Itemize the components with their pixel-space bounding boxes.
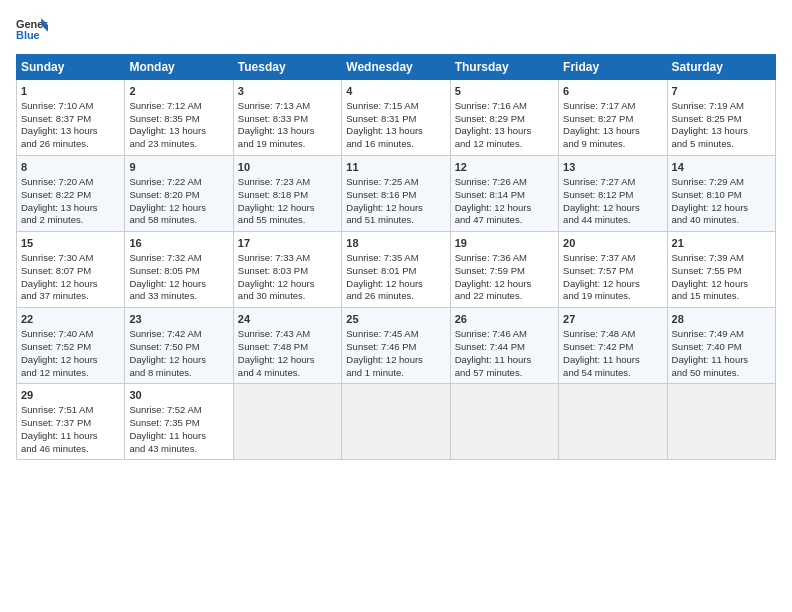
- calendar-cell: 11Sunrise: 7:25 AMSunset: 8:16 PMDayligh…: [342, 156, 450, 232]
- cell-text: Sunrise: 7:13 AM: [238, 100, 337, 113]
- calendar-cell: 28Sunrise: 7:49 AMSunset: 7:40 PMDayligh…: [667, 308, 775, 384]
- calendar-cell: 13Sunrise: 7:27 AMSunset: 8:12 PMDayligh…: [559, 156, 667, 232]
- day-number: 26: [455, 312, 554, 327]
- cell-text: Sunset: 8:07 PM: [21, 265, 120, 278]
- page-header: General Blue: [16, 16, 776, 44]
- cell-text: Sunrise: 7:46 AM: [455, 328, 554, 341]
- cell-text: Sunset: 8:14 PM: [455, 189, 554, 202]
- calendar-cell: 2Sunrise: 7:12 AMSunset: 8:35 PMDaylight…: [125, 80, 233, 156]
- day-number: 14: [672, 160, 771, 175]
- cell-text: Sunset: 7:44 PM: [455, 341, 554, 354]
- day-number: 12: [455, 160, 554, 175]
- cell-text: and 9 minutes.: [563, 138, 662, 151]
- day-number: 27: [563, 312, 662, 327]
- cell-text: Daylight: 13 hours: [129, 125, 228, 138]
- cell-text: Sunrise: 7:26 AM: [455, 176, 554, 189]
- svg-text:Blue: Blue: [16, 29, 40, 41]
- cell-text: Sunrise: 7:42 AM: [129, 328, 228, 341]
- cell-text: Daylight: 13 hours: [455, 125, 554, 138]
- day-number: 21: [672, 236, 771, 251]
- cell-text: and 54 minutes.: [563, 367, 662, 380]
- calendar-cell: 18Sunrise: 7:35 AMSunset: 8:01 PMDayligh…: [342, 232, 450, 308]
- day-number: 9: [129, 160, 228, 175]
- cell-text: and 37 minutes.: [21, 290, 120, 303]
- cell-text: and 30 minutes.: [238, 290, 337, 303]
- cell-text: Sunset: 7:40 PM: [672, 341, 771, 354]
- col-header-wednesday: Wednesday: [342, 55, 450, 80]
- cell-text: Daylight: 12 hours: [129, 278, 228, 291]
- cell-text: and 8 minutes.: [129, 367, 228, 380]
- calendar-cell: 10Sunrise: 7:23 AMSunset: 8:18 PMDayligh…: [233, 156, 341, 232]
- calendar-cell: 8Sunrise: 7:20 AMSunset: 8:22 PMDaylight…: [17, 156, 125, 232]
- calendar-cell: 21Sunrise: 7:39 AMSunset: 7:55 PMDayligh…: [667, 232, 775, 308]
- calendar-cell: 9Sunrise: 7:22 AMSunset: 8:20 PMDaylight…: [125, 156, 233, 232]
- calendar-cell: 12Sunrise: 7:26 AMSunset: 8:14 PMDayligh…: [450, 156, 558, 232]
- calendar-cell: [233, 384, 341, 460]
- calendar-cell: 5Sunrise: 7:16 AMSunset: 8:29 PMDaylight…: [450, 80, 558, 156]
- cell-text: Daylight: 11 hours: [455, 354, 554, 367]
- cell-text: Sunset: 8:22 PM: [21, 189, 120, 202]
- cell-text: Sunset: 8:20 PM: [129, 189, 228, 202]
- col-header-friday: Friday: [559, 55, 667, 80]
- calendar-cell: [667, 384, 775, 460]
- cell-text: Daylight: 12 hours: [563, 202, 662, 215]
- cell-text: Sunrise: 7:23 AM: [238, 176, 337, 189]
- cell-text: Daylight: 13 hours: [672, 125, 771, 138]
- cell-text: and 55 minutes.: [238, 214, 337, 227]
- day-number: 3: [238, 84, 337, 99]
- cell-text: Daylight: 12 hours: [563, 278, 662, 291]
- cell-text: Sunset: 7:52 PM: [21, 341, 120, 354]
- cell-text: Sunset: 7:37 PM: [21, 417, 120, 430]
- cell-text: Sunset: 8:03 PM: [238, 265, 337, 278]
- day-number: 28: [672, 312, 771, 327]
- cell-text: Sunset: 8:33 PM: [238, 113, 337, 126]
- cell-text: Daylight: 12 hours: [346, 354, 445, 367]
- cell-text: Daylight: 13 hours: [238, 125, 337, 138]
- cell-text: Sunrise: 7:43 AM: [238, 328, 337, 341]
- col-header-saturday: Saturday: [667, 55, 775, 80]
- cell-text: Daylight: 12 hours: [346, 278, 445, 291]
- day-number: 29: [21, 388, 120, 403]
- logo-icon: General Blue: [16, 16, 48, 44]
- cell-text: and 19 minutes.: [238, 138, 337, 151]
- cell-text: Daylight: 13 hours: [21, 202, 120, 215]
- cell-text: Daylight: 12 hours: [455, 278, 554, 291]
- cell-text: Daylight: 11 hours: [563, 354, 662, 367]
- cell-text: Daylight: 12 hours: [346, 202, 445, 215]
- cell-text: Daylight: 12 hours: [21, 278, 120, 291]
- day-number: 24: [238, 312, 337, 327]
- cell-text: Daylight: 11 hours: [129, 430, 228, 443]
- cell-text: Sunset: 7:50 PM: [129, 341, 228, 354]
- cell-text: Daylight: 12 hours: [129, 202, 228, 215]
- cell-text: Sunrise: 7:37 AM: [563, 252, 662, 265]
- calendar-cell: 15Sunrise: 7:30 AMSunset: 8:07 PMDayligh…: [17, 232, 125, 308]
- logo: General Blue: [16, 16, 48, 44]
- cell-text: Sunset: 8:18 PM: [238, 189, 337, 202]
- calendar-cell: [342, 384, 450, 460]
- calendar-cell: [559, 384, 667, 460]
- cell-text: Sunset: 8:01 PM: [346, 265, 445, 278]
- cell-text: and 57 minutes.: [455, 367, 554, 380]
- cell-text: Daylight: 13 hours: [346, 125, 445, 138]
- calendar-cell: 25Sunrise: 7:45 AMSunset: 7:46 PMDayligh…: [342, 308, 450, 384]
- calendar-cell: 17Sunrise: 7:33 AMSunset: 8:03 PMDayligh…: [233, 232, 341, 308]
- cell-text: Sunset: 8:31 PM: [346, 113, 445, 126]
- calendar-cell: 23Sunrise: 7:42 AMSunset: 7:50 PMDayligh…: [125, 308, 233, 384]
- cell-text: and 51 minutes.: [346, 214, 445, 227]
- cell-text: Sunrise: 7:10 AM: [21, 100, 120, 113]
- col-header-sunday: Sunday: [17, 55, 125, 80]
- calendar-cell: 1Sunrise: 7:10 AMSunset: 8:37 PMDaylight…: [17, 80, 125, 156]
- cell-text: Daylight: 13 hours: [21, 125, 120, 138]
- cell-text: and 16 minutes.: [346, 138, 445, 151]
- day-number: 13: [563, 160, 662, 175]
- cell-text: and 44 minutes.: [563, 214, 662, 227]
- cell-text: Sunset: 8:12 PM: [563, 189, 662, 202]
- cell-text: and 2 minutes.: [21, 214, 120, 227]
- calendar-table: SundayMondayTuesdayWednesdayThursdayFrid…: [16, 54, 776, 460]
- day-number: 7: [672, 84, 771, 99]
- cell-text: Sunset: 7:46 PM: [346, 341, 445, 354]
- cell-text: Sunrise: 7:17 AM: [563, 100, 662, 113]
- day-number: 8: [21, 160, 120, 175]
- cell-text: Daylight: 12 hours: [455, 202, 554, 215]
- cell-text: Daylight: 12 hours: [238, 354, 337, 367]
